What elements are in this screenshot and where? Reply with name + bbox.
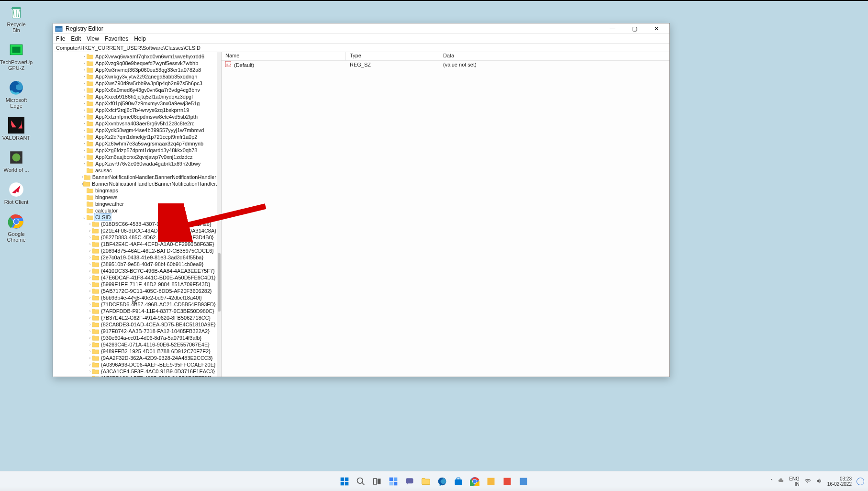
tree-item[interactable]: bingnews [53, 194, 217, 201]
expander-icon[interactable]: › [88, 294, 92, 301]
minimize-button[interactable]: — [601, 23, 623, 34]
expander-icon[interactable]: › [82, 113, 87, 120]
tree-item[interactable]: ›AppXxfzmfpme06qpdmsvw8etc4vd5sb2fpth [53, 113, 217, 120]
expander-icon[interactable]: › [82, 134, 87, 140]
taskbar-search-icon[interactable] [355, 475, 367, 488]
taskbar-taskview-icon[interactable] [371, 475, 383, 488]
tree-item[interactable]: ›AppXzwr976v2e060wada4gabrk1x69h2dbwy [53, 160, 217, 167]
expander-icon[interactable]: › [88, 254, 92, 261]
tree-item[interactable]: ›{4410DC33-BC7C-496B-AA84-4AEA3EEE75F7} [53, 268, 217, 274]
taskbar-app1-icon[interactable] [485, 475, 497, 488]
expander-icon[interactable]: › [88, 241, 92, 247]
scrollbar-thumb[interactable] [218, 253, 221, 312]
expander-icon[interactable]: › [82, 127, 87, 134]
expander-icon[interactable]: › [88, 341, 92, 348]
expander-icon[interactable]: › [82, 147, 87, 154]
expander-icon[interactable]: › [88, 227, 92, 234]
expander-icon[interactable]: › [82, 67, 87, 73]
menu-edit[interactable]: Edit [71, 35, 81, 42]
desktop-icon-valorant[interactable]: VALORANT [3, 117, 30, 141]
expander-icon[interactable]: › [82, 87, 87, 93]
tree-item[interactable]: ›{5AB7172C-9C11-405C-8DD5-AF20F3606282} [53, 288, 217, 294]
tree-item[interactable]: ›AppXvvwq6wxamf7qhxd0vn6wm1wwehyxrdd6 [53, 53, 217, 60]
expander-icon[interactable]: › [82, 53, 87, 60]
taskbar-start-icon[interactable] [338, 475, 351, 488]
tree-item[interactable]: ›AppXw3nvmqt363p060ea53qg33er1a0782a8 [53, 67, 217, 73]
tree-item[interactable]: ›{A3CA1CF4-5F3E-4AC0-91B9-0D3716E1EAC3} [53, 368, 217, 375]
taskbar-chrome-icon[interactable] [468, 475, 481, 488]
tree-item[interactable]: ›{A78ED123-AB77-406B-9962-2A5D9D2F7F30} [53, 375, 217, 377]
tree-item[interactable]: ›BannerNotificationHandler.BannerNotific… [53, 174, 217, 180]
tree-item[interactable]: ›BannerNotificationHandler.BannerNotific… [53, 180, 217, 187]
tree-item[interactable]: ›{021E4F06-9DCC-49AD-88CF-ECC2DA314C8A} [53, 227, 217, 234]
expander-icon[interactable]: › [82, 160, 87, 167]
expander-icon[interactable]: › [88, 288, 92, 294]
taskbar-app2-icon[interactable] [501, 475, 513, 488]
tree-item[interactable]: ›{1BF42E4C-4AF4-4CFD-A1A0-CF2960B8F63E} [53, 241, 217, 247]
menu-help[interactable]: Help [134, 35, 146, 42]
expander-icon[interactable]: › [88, 221, 92, 227]
tree-item[interactable]: ›AppXxccb9186h1jcjtq5zf1a0mydqxz3dpgf [53, 93, 217, 100]
desktop-icon-recycle-bin[interactable]: Recycle Bin [3, 4, 30, 33]
tree-item[interactable]: ›AppXxf01pj590w7z9mxmyv3nx0a9ewj3e51g [53, 100, 217, 107]
tree-item[interactable]: ›AppXz2d7qm1dmekjyt1p721ccpt9mfr1a0p2 [53, 134, 217, 140]
expander-icon[interactable]: › [88, 247, 92, 254]
tree-item[interactable]: asusac [53, 167, 217, 174]
menu-favorites[interactable]: Favorites [105, 35, 128, 42]
tree-item[interactable]: ›{7AFDFDDB-F914-11E4-8377-6C3BE50D980C} [53, 308, 217, 314]
addressbar[interactable]: Computer\HKEY_CURRENT_USER\Software\Clas… [53, 44, 669, 52]
col-header-data[interactable]: Data [439, 52, 669, 60]
taskbar-chat-icon[interactable] [403, 475, 416, 488]
close-button[interactable]: ✕ [645, 23, 668, 34]
tray-chevron-up-icon[interactable]: ˄ [770, 479, 773, 484]
desktop-icon-gpu-z[interactable]: TechPowerUp GPU-Z [3, 42, 30, 71]
expander-icon[interactable]: › [82, 100, 87, 107]
menu-file[interactable]: File [56, 35, 65, 42]
titlebar[interactable]: Registry Editor — ▢ ✕ [53, 23, 669, 34]
expander-icon[interactable]: › [88, 348, 92, 355]
tree-item[interactable]: ›{82CA8DE3-01AD-4CEA-9D75-BE4C51810A9E} [53, 321, 217, 328]
tree-item[interactable]: ›{47E6DCAF-41F8-441C-BD0E-A50D5FE6C4D1} [53, 274, 217, 281]
tree-item[interactable]: bingweather [53, 201, 217, 207]
tree-item[interactable]: ›AppXwrkgy3vjytw2z92anega8abb35xqdnqh [53, 73, 217, 80]
taskbar-edge-icon[interactable] [436, 475, 448, 488]
expander-icon[interactable]: › [88, 355, 92, 361]
expander-icon[interactable]: › [88, 321, 92, 328]
tree-item[interactable]: ⌄CLSID [53, 214, 217, 221]
expander-icon[interactable]: › [88, 361, 92, 368]
tree-item[interactable]: ›{917E8742-AA3B-7318-FA12-10485FB322A2} [53, 328, 217, 335]
expander-icon[interactable]: › [88, 274, 92, 281]
tree-pane[interactable]: ›AppXvvwq6wxamf7qhxd0vn6wm1wwehyxrdd6›Ap… [53, 52, 222, 377]
expander-icon[interactable]: › [82, 154, 87, 160]
taskbar-explorer-icon[interactable] [420, 475, 432, 488]
tree-item[interactable]: ›{9AA2F32D-362A-42D9-9328-24A483E2CCC3} [53, 355, 217, 361]
expander-icon[interactable]: › [88, 308, 92, 314]
expander-icon[interactable]: › [88, 268, 92, 274]
col-header-type[interactable]: Type [346, 52, 439, 60]
tree-item[interactable]: bingmaps [53, 187, 217, 194]
expander-icon[interactable]: › [88, 368, 92, 375]
menu-view[interactable]: View [87, 35, 99, 42]
tree-item[interactable]: calculator [53, 207, 217, 214]
tree-item[interactable]: ›AppXzn6aajbcrxx2qvxjawp7v0xnj1zdzdcz [53, 154, 217, 160]
tree-item[interactable]: ›AppXvzg9q08e9beqxefd7wynf5essvk7wbhb [53, 60, 217, 67]
tree-item[interactable]: ›AppXws790ri9w5rbb9w3p8p4qb2n97s5h6pc3 [53, 80, 217, 87]
tree-item[interactable]: ›AppXz6twhm7e3a5swgrsmaax3zq4p7dmnynb [53, 140, 217, 147]
expander-icon[interactable]: ⌄ [82, 214, 87, 221]
desktop-icon-world[interactable]: World of ... [3, 149, 30, 173]
taskbar-app3-icon[interactable] [517, 475, 530, 488]
tree-item[interactable]: ›{7B37E4E2-C62F-4914-9620-8FB5062718CC} [53, 314, 217, 321]
expander-icon[interactable]: › [88, 261, 92, 268]
expander-icon[interactable]: › [88, 281, 92, 288]
tree-item[interactable]: ›AppXzg6fdzp57dpmt1dqardd3y48kkx0qb78 [53, 147, 217, 154]
expander-icon[interactable]: › [88, 234, 92, 241]
tree-item[interactable]: ›AppXxvnbvsna403aer8rg6v5h12z8c8te2rc [53, 120, 217, 127]
tree-item[interactable]: ›AppXx6a0med6y43gv0vn6qa7r3vdg4cg3bnv [53, 87, 217, 93]
tree-item[interactable]: ›AppXxfctf2rqj6c7b4wrvys6zq1bskprrn19 [53, 107, 217, 113]
maximize-button[interactable]: ▢ [623, 23, 645, 34]
tree-item[interactable]: ›{A0396A93-DC06-4AEF-BEE9-95FFCCAEF20E} [53, 361, 217, 368]
language-indicator[interactable]: ENG IN [789, 476, 800, 487]
tree-item[interactable]: ›{9489FEB2-1925-4D01-B788-6D912C70F7F2} [53, 348, 217, 355]
tree-item[interactable]: ›{2e7c0a19-0438-41e9-81e3-3ad3d64f55ba} [53, 254, 217, 261]
onedrive-icon[interactable] [778, 478, 784, 485]
